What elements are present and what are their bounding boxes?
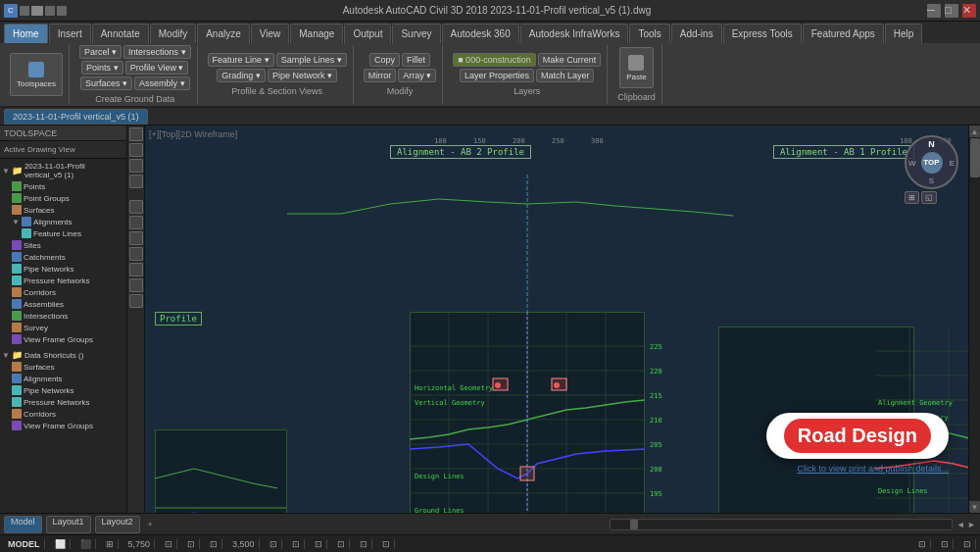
canvas-area[interactable]: [+][Top][2D Wireframe] Alignment - AB 2 … [145, 125, 968, 513]
compass-center[interactable]: TOP [921, 152, 943, 174]
make-current-button[interactable]: Make Current [538, 53, 602, 67]
status-icon-10[interactable]: ⊡ [333, 539, 350, 549]
status-icon-2[interactable]: ⬛ [76, 539, 96, 549]
tab-output[interactable]: Output [344, 24, 391, 43]
model-tab[interactable]: Model [4, 516, 42, 533]
status-icon-1[interactable]: ⬜ [51, 539, 71, 549]
tree-item-ds-corridors[interactable]: Corridors [2, 408, 124, 420]
status-icon-14[interactable]: ⊡ [937, 539, 954, 549]
toolbar-btn-10[interactable] [129, 278, 143, 292]
copy-button[interactable]: Copy [369, 53, 400, 67]
tree-item-sites[interactable]: Sites [2, 239, 124, 251]
maximize-button[interactable]: □ [945, 4, 958, 18]
status-icon-4[interactable]: ⊡ [161, 539, 177, 549]
compass-btn-2[interactable]: ◱ [921, 191, 937, 204]
tab-home[interactable]: Home [4, 24, 48, 43]
scroll-thumb[interactable] [970, 138, 980, 177]
tab-manage[interactable]: Manage [290, 24, 343, 43]
tab-insert[interactable]: Insert [49, 24, 91, 43]
right-scrollbar[interactable]: ▲ ▼ [968, 125, 980, 513]
tree-item-feature-lines[interactable]: Feature Lines [2, 227, 124, 239]
add-layout-btn[interactable]: + [148, 520, 153, 529]
toolbar-btn-3[interactable] [129, 159, 143, 173]
tree-item-points[interactable]: Points [2, 180, 124, 192]
pipe-network-button[interactable]: Pipe Network ▾ [268, 69, 337, 82]
toolbar-btn-8[interactable] [129, 247, 143, 261]
compass-btn-1[interactable]: ⊞ [905, 191, 919, 204]
fillet-button[interactable]: Fillet [402, 53, 430, 67]
doc-tab-active[interactable]: 2023-11-01-Profil vertical_v5 (1) [4, 109, 148, 125]
tab-analyze[interactable]: Analyze [197, 24, 250, 43]
tree-item-point-groups[interactable]: Point Groups [2, 192, 124, 204]
status-icon-3[interactable]: ⊞ [102, 539, 119, 549]
status-icon-13[interactable]: ⊡ [914, 539, 931, 549]
tab-autodesk360[interactable]: Autodesk 360 [442, 24, 519, 43]
tree-item-ds-vfg[interactable]: View Frame Groups [2, 420, 124, 431]
tab-annotate[interactable]: Annotate [92, 24, 149, 43]
scroll-track[interactable] [969, 137, 980, 501]
match-layer-button[interactable]: Match Layer [536, 69, 595, 82]
tab-help[interactable]: Help [885, 24, 923, 43]
mirror-button[interactable]: Mirror [364, 69, 397, 82]
scroll-down-button[interactable]: ▼ [969, 501, 981, 513]
undo-icon[interactable] [45, 6, 55, 16]
tree-item-root[interactable]: ▼ 📁 2023-11-01-Profil vertical_v5 (1) [2, 161, 124, 180]
model-indicator[interactable]: MODEL [4, 539, 45, 549]
tab-modify[interactable]: Modify [150, 24, 196, 43]
tab-infraworks[interactable]: Autodesk InfraWorks [520, 24, 629, 43]
tree-item-ds-pipe-networks[interactable]: Pipe Networks [2, 384, 124, 396]
tab-express[interactable]: Express Tools [723, 24, 802, 43]
h-scroll-thumb[interactable] [630, 520, 638, 529]
redo-icon[interactable] [57, 6, 67, 16]
feature-line-button[interactable]: Feature Line ▾ [208, 53, 274, 67]
tab-addins[interactable]: Add-ins [671, 24, 722, 43]
toolbar-btn-1[interactable] [129, 127, 143, 141]
status-icon-7[interactable]: ⊡ [266, 539, 282, 549]
status-icon-5[interactable]: ⊡ [183, 539, 200, 549]
layer-properties-button[interactable]: Layer Properties [460, 69, 534, 82]
intersections-button[interactable]: Intersections ▾ [123, 45, 191, 59]
grading-button[interactable]: Grading ▾ [217, 69, 266, 82]
layer-button[interactable]: ■ 000-construction [453, 53, 535, 67]
tree-item-intersections[interactable]: Intersections [2, 310, 124, 322]
tree-item-data-shortcuts[interactable]: ▼ 📁 Data Shortcuts () [2, 349, 124, 361]
status-icon-8[interactable]: ⊡ [288, 539, 305, 549]
tree-item-assemblies[interactable]: Assemblies [2, 298, 124, 310]
points-button[interactable]: Points ▾ [81, 61, 123, 75]
status-icon-11[interactable]: ⊡ [356, 539, 372, 549]
parcel-button[interactable]: Parcel ▾ [79, 45, 122, 59]
array-button[interactable]: Array ▾ [398, 69, 436, 82]
menu-icon[interactable] [20, 6, 29, 16]
horizontal-scrollbar[interactable] [610, 519, 953, 530]
badge-subtitle[interactable]: Click to view print and publish details.… [797, 464, 949, 474]
sample-lines-button[interactable]: Sample Lines ▾ [276, 53, 347, 67]
tree-item-ds-surfaces[interactable]: Surfaces [2, 361, 124, 373]
toolbar-btn-9[interactable] [129, 263, 143, 276]
tree-item-catchments[interactable]: Catchments [2, 251, 124, 263]
tree-item-vfg[interactable]: View Frame Groups [2, 333, 124, 345]
paste-button[interactable]: Paste [619, 47, 653, 88]
road-design-badge[interactable]: Road Design [766, 413, 949, 459]
status-icon-12[interactable]: ⊡ [378, 539, 395, 549]
toolbar-btn-6[interactable] [129, 216, 143, 229]
profile-view-button[interactable]: Profile View ▾ [125, 61, 189, 75]
tab-tools[interactable]: Tools [629, 24, 669, 43]
status-icon-15[interactable]: ⊡ [959, 539, 976, 549]
tree-item-surfaces[interactable]: Surfaces [2, 204, 124, 216]
tab-view[interactable]: View [251, 24, 290, 43]
layout2-tab[interactable]: Layout2 [95, 516, 140, 533]
layout1-tab[interactable]: Layout1 [46, 516, 91, 533]
toolbar-btn-5[interactable] [129, 200, 143, 214]
tree-item-pipe-networks[interactable]: Pipe Networks [2, 263, 124, 275]
toolspaces-button[interactable]: Toolspaces [10, 53, 63, 96]
toolbar-btn-11[interactable] [129, 294, 143, 308]
scroll-up-button[interactable]: ▲ [969, 125, 981, 137]
app-icon[interactable]: C [4, 4, 18, 18]
surfaces-button[interactable]: Surfaces ▾ [80, 76, 132, 90]
tab-featured[interactable]: Featured Apps [803, 24, 884, 43]
status-icon-9[interactable]: ⊡ [311, 539, 327, 549]
minimize-button[interactable]: ─ [927, 4, 941, 18]
status-icon-6[interactable]: ⊡ [206, 539, 222, 549]
toolbar-btn-4[interactable] [129, 175, 143, 188]
tree-item-alignments[interactable]: ▼ Alignments [2, 216, 124, 227]
